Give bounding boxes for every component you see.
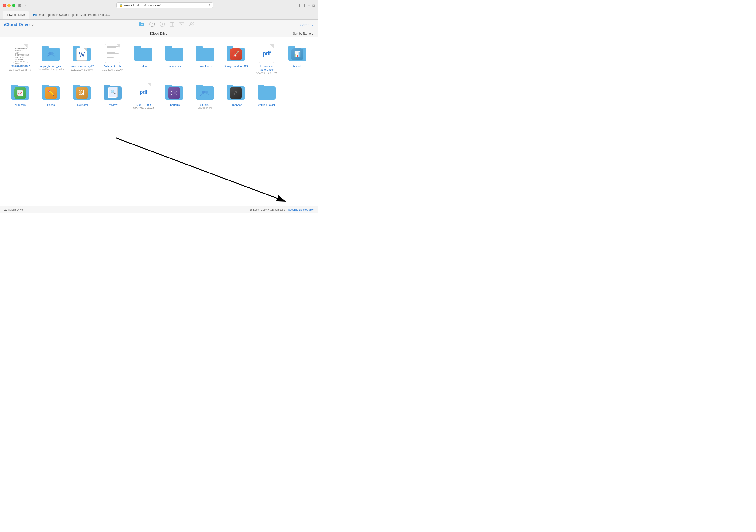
forward-button[interactable]: ›: [29, 3, 32, 8]
file-icon: [103, 44, 122, 63]
file-name: Keynote: [292, 64, 302, 68]
tab-favicon: MR: [33, 13, 38, 16]
file-item-pages[interactable]: ✏️ Pages: [37, 81, 65, 112]
download-toolbar-button[interactable]: [160, 21, 165, 28]
file-item-blooms[interactable]: W Blooms taxonomy12 12/11/2020, 6:25 PM: [68, 42, 96, 77]
file-item-keynote[interactable]: 📊 Keynote: [283, 42, 312, 77]
title-chevron: ∨: [31, 23, 34, 27]
file-item-shortcuts[interactable]: Shortcuts: [160, 81, 189, 112]
url-bar-container: 🔒 www.icloud.com/iclouddrive/ ↺: [33, 2, 296, 8]
file-item-apple-tv[interactable]: apple_tv...ote_lost Shared by Stacey But…: [37, 42, 65, 77]
folder-icon: W: [73, 46, 91, 61]
status-bar: ☁ iCloud Drive 19 items, 109.67 GB avail…: [0, 206, 317, 213]
file-date: 1/14/2021, 2:01 PM: [256, 72, 277, 75]
file-icon: 🖼: [72, 82, 92, 102]
svg-rect-1: [139, 22, 141, 23]
apple-icon: : [7, 13, 8, 16]
file-icon: [257, 82, 276, 102]
sort-chevron: ∨: [311, 32, 314, 35]
recently-deleted-link[interactable]: Recently Deleted (80): [288, 208, 314, 211]
file-icon: pdf: [134, 82, 153, 102]
downloads-button[interactable]: ⬇: [298, 3, 301, 8]
title-bar: ⊞ ‹ › 🔒 www.icloud.com/iclouddrive/ ↺ ⬇ …: [0, 0, 317, 11]
pdf-blue-icon: pdf: [136, 83, 151, 101]
file-name: Stupid2: [201, 103, 209, 107]
folder-icon: 📊: [288, 46, 307, 61]
sort-button[interactable]: Sort by Name ∨: [293, 32, 314, 35]
files-grid: BORROWERS PRIOR TO ANY DISBURSEMENT YOU …: [6, 42, 312, 112]
traffic-lights: [3, 4, 15, 7]
app-title-colored: Drive: [19, 22, 30, 27]
file-item-documents[interactable]: Documents: [160, 42, 189, 77]
file-item-stupid2[interactable]: Stupid2 Shared by Me: [191, 81, 219, 112]
file-shared: Shared by Me: [197, 107, 212, 109]
items-count: 19 items, 109.67 GB available: [250, 208, 285, 211]
folder-icon: ✏️: [42, 85, 60, 100]
file-item-desktop[interactable]: Desktop: [129, 42, 158, 77]
svg-point-13: [193, 22, 194, 24]
file-item-preview[interactable]: 🔍 Preview: [98, 81, 127, 112]
minimize-button[interactable]: [8, 4, 11, 7]
reload-icon[interactable]: ↺: [207, 4, 210, 7]
tab-bar:  iCloud Drive MR macReports: News and T…: [0, 11, 317, 19]
tab-label: iCloud Drive: [9, 13, 25, 17]
file-item-turboscan[interactable]: 🖨 TurboScan: [221, 81, 250, 112]
file-icon: 🖨: [226, 82, 246, 102]
file-icon: [134, 44, 153, 63]
share-button[interactable]: ⬆: [303, 3, 306, 8]
file-item-s20et1fur[interactable]: pdf S20ET1FUR 2/25/2020, 4:48 AM: [129, 81, 158, 112]
tab-icloud-drive[interactable]:  iCloud Drive: [3, 11, 29, 19]
file-name: S20ET1FUR: [136, 103, 151, 107]
folder-icon: 🖼: [73, 85, 91, 100]
file-item-untitled-folder[interactable]: Untitled Folder: [252, 81, 281, 112]
status-app-name: iCloud Drive: [9, 208, 23, 211]
user-menu-button[interactable]: Serhat ∨: [300, 23, 314, 27]
numbers-app-icon: 📈: [14, 87, 26, 99]
file-name: CV-Tem...k-Teller: [102, 64, 123, 68]
file-item-garageband[interactable]: 🎸 GarageBand for iOS: [221, 42, 250, 77]
delete-button[interactable]: [170, 21, 174, 28]
new-tab-button[interactable]: +: [308, 3, 310, 8]
icloud-logo-icon: ☁: [4, 208, 7, 212]
folder-icon: 📈: [11, 85, 29, 100]
close-button[interactable]: [3, 4, 6, 7]
folder-shared-icon: [42, 46, 60, 61]
status-left: ☁ iCloud Drive: [4, 208, 23, 212]
maximize-button[interactable]: [12, 4, 15, 7]
file-name: Pixelmator: [75, 103, 88, 107]
file-item-cv-teller[interactable]: CV-Tem...k-Teller 3/11/2015, 3:20 AM: [98, 42, 127, 77]
new-folder-button[interactable]: [139, 22, 145, 28]
tab-macreports[interactable]: MR macReports: News and Tips for Mac, iP…: [29, 11, 115, 19]
email-button[interactable]: [179, 22, 184, 28]
people-button[interactable]: [189, 22, 195, 28]
file-item-numbers[interactable]: 📈 Numbers: [6, 81, 35, 112]
file-icon: W: [72, 44, 92, 63]
user-chevron: ∨: [311, 23, 314, 27]
url-text: www.icloud.com/iclouddrive/: [124, 4, 161, 7]
url-bar[interactable]: 🔒 www.icloud.com/iclouddrive/ ↺: [116, 2, 213, 8]
file-icon: [164, 82, 184, 102]
file-name: IL Business Authorization: [253, 64, 280, 71]
file-item-pixelmator[interactable]: 🖼 Pixelmator: [68, 81, 96, 112]
pages-app-icon: ✏️: [45, 87, 57, 99]
file-shared: Shared by Stacey Butler: [38, 68, 64, 70]
nav-controls: ‹ ›: [24, 3, 31, 8]
file-name: Documents: [167, 64, 181, 68]
folder-icon: [165, 85, 183, 100]
file-name: GarageBand for iOS: [224, 64, 248, 68]
file-icon: BORROWERS PRIOR TO ANY DISBURSEMENT YOU …: [11, 44, 30, 63]
file-item-downloads[interactable]: Downloads: [191, 42, 219, 77]
back-button[interactable]: ‹: [24, 3, 27, 8]
upload-button[interactable]: [149, 21, 155, 28]
app-title[interactable]: iCloud Drive ∨: [4, 22, 34, 27]
file-name: Pages: [47, 103, 55, 107]
sort-bar: iCloud Drive Sort by Name ∨: [0, 30, 317, 37]
sidebar-toggle-button[interactable]: ⊞: [17, 3, 22, 8]
tab-overview-button[interactable]: ⧉: [312, 3, 315, 8]
file-name: apple_tv...ote_lost: [40, 64, 62, 68]
file-name: Shortcuts: [169, 103, 180, 107]
file-item-09182020131609[interactable]: BORROWERS PRIOR TO ANY DISBURSEMENT YOU …: [6, 42, 35, 77]
file-item-il-business[interactable]: pdf IL Business Authorization 1/14/2021,…: [252, 42, 281, 77]
file-icon: 🎸: [226, 44, 246, 63]
drive-title: iCloud Drive: [107, 32, 210, 35]
